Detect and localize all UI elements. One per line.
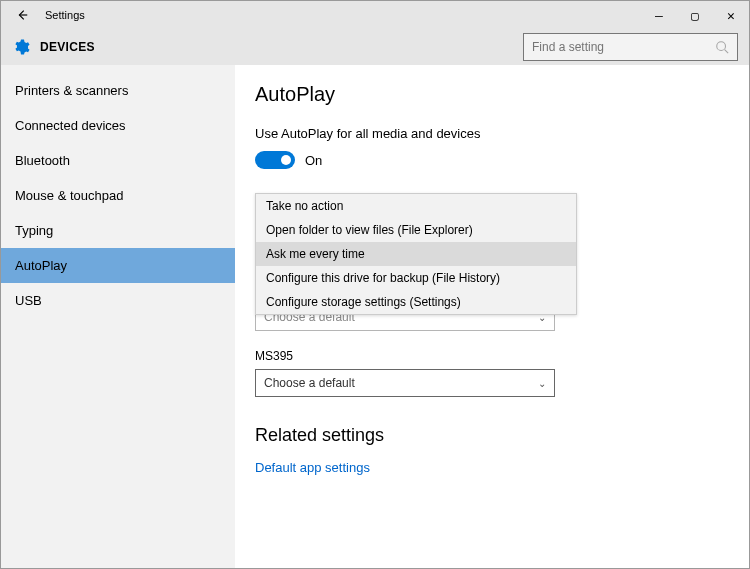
dropdown-option-4[interactable]: Configure storage settings (Settings)	[256, 290, 576, 314]
sidebar-item-autoplay[interactable]: AutoPlay	[1, 248, 235, 283]
page-title: AutoPlay	[255, 83, 749, 106]
close-button[interactable]: ✕	[713, 1, 749, 29]
titlebar: Settings — ▢ ✕	[1, 1, 749, 29]
search-box[interactable]	[523, 33, 738, 61]
sidebar-item-connected-devices[interactable]: Connected devices	[1, 108, 235, 143]
window-title: Settings	[45, 9, 85, 21]
dropdown-option-1[interactable]: Open folder to view files (File Explorer…	[256, 218, 576, 242]
window-controls: — ▢ ✕	[641, 1, 749, 29]
svg-line-2	[725, 50, 729, 54]
header-title: DEVICES	[40, 40, 95, 54]
dropdown-menu: Take no action Open folder to view files…	[255, 193, 577, 315]
dropdown-option-3[interactable]: Configure this drive for backup (File Hi…	[256, 266, 576, 290]
sidebar-item-mouse[interactable]: Mouse & touchpad	[1, 178, 235, 213]
svg-point-1	[717, 42, 726, 51]
chevron-down-icon: ⌄	[538, 378, 546, 389]
content: AutoPlay Use AutoPlay for all media and …	[235, 65, 749, 568]
default-app-settings-link[interactable]: Default app settings	[255, 460, 577, 475]
sidebar-item-bluetooth[interactable]: Bluetooth	[1, 143, 235, 178]
autoplay-toggle[interactable]	[255, 151, 295, 169]
toggle-state: On	[305, 153, 322, 168]
search-icon	[715, 40, 729, 54]
dropdown-option-2[interactable]: Ask me every time	[256, 242, 576, 266]
dropdown-area: Take no action Open folder to view files…	[255, 193, 577, 365]
toggle-label: Use AutoPlay for all media and devices	[255, 126, 749, 141]
search-input[interactable]	[532, 40, 715, 54]
dropdown-option-0[interactable]: Take no action	[256, 194, 576, 218]
gear-icon	[12, 38, 30, 56]
related-title: Related settings	[255, 425, 577, 446]
back-button[interactable]	[7, 1, 37, 29]
device-select[interactable]: Choose a default ⌄	[255, 369, 555, 397]
header: DEVICES	[1, 29, 749, 65]
sidebar-item-usb[interactable]: USB	[1, 283, 235, 318]
sidebar-item-printers[interactable]: Printers & scanners	[1, 73, 235, 108]
maximize-button[interactable]: ▢	[677, 1, 713, 29]
toggle-row: On	[255, 151, 749, 169]
back-arrow-icon	[15, 8, 29, 22]
device-label: MS395	[255, 349, 577, 363]
sidebar: Printers & scanners Connected devices Bl…	[1, 65, 235, 568]
sidebar-item-typing[interactable]: Typing	[1, 213, 235, 248]
minimize-button[interactable]: —	[641, 1, 677, 29]
